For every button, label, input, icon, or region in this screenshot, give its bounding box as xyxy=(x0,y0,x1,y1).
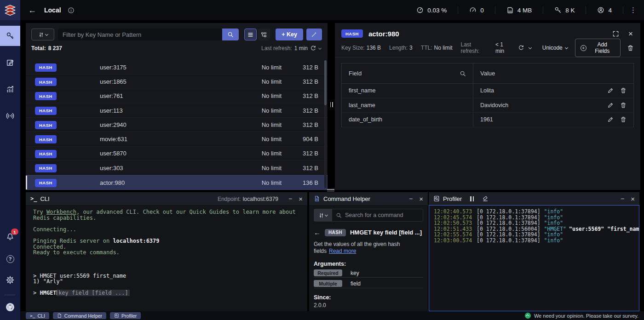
bulk-actions-button[interactable] xyxy=(306,29,322,40)
chevron-down-icon[interactable] xyxy=(318,46,322,49)
key-row[interactable]: HASHuser:5870No limit312 B xyxy=(26,147,328,161)
survey-banner[interactable]: We need your opinion. Please take our su… xyxy=(525,313,638,319)
delete-field-icon[interactable] xyxy=(620,87,627,94)
key-row-selected[interactable]: HASHactor:980No limit136 B xyxy=(26,175,328,189)
close-icon[interactable]: × xyxy=(419,195,423,202)
pause-icon[interactable] xyxy=(470,196,474,201)
survey-icon xyxy=(525,313,531,319)
fullscreen-icon[interactable] xyxy=(612,30,619,37)
sidebar-item-pubsub[interactable] xyxy=(0,106,20,126)
table-row[interactable]: first_name Lolita xyxy=(342,84,633,98)
table-row[interactable]: date_of_birth 1961 xyxy=(342,113,633,127)
delete-field-icon[interactable] xyxy=(620,102,627,109)
key-row[interactable]: HASHuser:761No limit312 B xyxy=(26,89,328,103)
key-row[interactable]: HASHmovie:631No limit904 B xyxy=(26,132,328,146)
refresh-icon[interactable] xyxy=(310,45,316,51)
key-size: 312 B xyxy=(282,64,318,71)
vertical-resize-handle[interactable] xyxy=(329,102,334,108)
command-search-input[interactable] xyxy=(345,212,419,218)
since-value: 2.0.0 xyxy=(314,302,423,309)
key-name: user:761 xyxy=(100,92,240,99)
close-icon[interactable]: × xyxy=(628,30,633,38)
key-ttl: No limit xyxy=(240,107,282,114)
add-key-button[interactable]: + Key xyxy=(276,29,303,40)
chevron-down-icon[interactable] xyxy=(529,46,532,49)
overflow-menu-icon[interactable]: ⋮ xyxy=(623,6,644,14)
metric-clients[interactable]: 4 xyxy=(586,6,623,14)
minimize-icon[interactable]: − xyxy=(409,195,413,202)
table-row[interactable]: last_name Davidovich xyxy=(342,98,633,113)
key-type-badge: HASH xyxy=(35,150,57,158)
close-icon[interactable]: × xyxy=(631,195,635,202)
sidebar-item-github[interactable] xyxy=(0,297,20,317)
refresh-icon[interactable] xyxy=(518,45,524,51)
key-list-scrollbar[interactable] xyxy=(324,60,327,188)
ttl-value[interactable]: No limit xyxy=(434,45,452,51)
horizontal-resize-handle[interactable] xyxy=(327,188,334,192)
clear-icon[interactable] xyxy=(482,195,489,202)
sidebar-item-browser[interactable] xyxy=(0,26,20,46)
delete-field-icon[interactable] xyxy=(620,116,627,123)
sidebar-item-notifications[interactable]: 1 xyxy=(0,227,20,247)
key-filter-input[interactable] xyxy=(58,29,222,40)
key-row[interactable]: HASHuser:3175No limit312 B xyxy=(26,60,328,74)
add-fields-label: Add Fields xyxy=(590,41,615,54)
metric-cpu[interactable]: 0.03 % xyxy=(405,6,458,14)
cli-output[interactable]: Try Workbench, our advanced CLI. Check o… xyxy=(26,205,307,311)
key-rows: HASHuser:3175No limit312 B HASHuser:1865… xyxy=(26,60,328,190)
edit-field-icon[interactable] xyxy=(607,116,614,123)
back-button[interactable]: ← xyxy=(27,6,38,15)
cli-input-value[interactable]: HMGET xyxy=(40,290,56,296)
info-icon[interactable] xyxy=(68,7,75,14)
sidebar-item-help[interactable]: ? xyxy=(0,249,20,269)
sliders-icon xyxy=(318,212,324,218)
search-icon xyxy=(227,31,234,38)
command-summary: Get the values of all the given hash fie… xyxy=(314,241,423,255)
edit-field-icon[interactable] xyxy=(607,87,614,94)
key-row[interactable]: HASHuser:113No limit312 B xyxy=(26,103,328,118)
total-value: 8 237 xyxy=(48,45,62,51)
minimize-icon[interactable]: − xyxy=(288,195,292,202)
redis-logo[interactable] xyxy=(0,0,20,20)
list-view-toggle[interactable] xyxy=(244,29,257,40)
cli-line: Pinging Redis server on localhost:6379 xyxy=(33,238,300,244)
metric-keys[interactable]: 8 K xyxy=(543,6,586,14)
delete-key-icon[interactable] xyxy=(627,45,634,51)
profiler-log[interactable]: 12:02:40.573[0 172.18.0.1:37894]"info" 1… xyxy=(429,205,639,311)
sidebar-item-workbench[interactable] xyxy=(0,52,20,73)
list-view-icon xyxy=(247,32,253,38)
statusbar-command-helper-button[interactable]: Command Helper xyxy=(53,312,106,319)
minimize-icon[interactable]: − xyxy=(621,195,624,202)
key-row[interactable]: HASHuser:1865No limit312 B xyxy=(26,74,328,89)
key-row[interactable]: HASHuser:303No limit312 B xyxy=(26,161,328,175)
statusbar-profiler-button[interactable]: Profiler xyxy=(110,312,141,319)
argument-row: Multiple field xyxy=(314,279,423,288)
top-bar: ← Local 0.03 % 0 4 MB 8 K xyxy=(20,0,644,20)
tree-view-toggle[interactable] xyxy=(258,29,270,40)
key-icon xyxy=(6,32,14,40)
filter-type-dropdown[interactable] xyxy=(31,29,54,40)
key-ttl: No limit xyxy=(240,150,282,157)
back-icon[interactable]: ← xyxy=(314,229,321,236)
metric-memory[interactable]: 4 MB xyxy=(495,6,543,14)
statusbar-cli-button[interactable]: >_ CLI xyxy=(26,312,49,319)
add-fields-button[interactable]: + Add Fields xyxy=(575,39,621,57)
sidebar-item-settings[interactable] xyxy=(0,270,20,290)
search-icon[interactable] xyxy=(460,70,466,77)
cli-prompt-line[interactable]: > HMGETkey field [field ...] xyxy=(33,290,300,296)
key-row[interactable]: HASHuser:2940No limit312 B xyxy=(26,118,328,132)
metric-ops[interactable]: 0 xyxy=(458,6,495,14)
key-name-title[interactable]: actor:980 xyxy=(368,30,399,38)
edit-field-icon[interactable] xyxy=(607,102,614,109)
key-size: 312 B xyxy=(282,121,318,128)
scrollbar-thumb[interactable] xyxy=(324,60,327,105)
command-filter-dropdown[interactable] xyxy=(314,209,332,222)
length-label: Length: xyxy=(389,45,408,51)
read-more-link[interactable]: Read more xyxy=(329,248,356,254)
cli-autocomplete-hint: key field [field ...] xyxy=(57,290,130,296)
key-ttl: No limit xyxy=(240,136,282,143)
encoding-dropdown[interactable]: Unicode xyxy=(540,45,570,51)
search-button[interactable] xyxy=(222,29,239,40)
close-icon[interactable]: × xyxy=(299,195,303,202)
sidebar-item-analytics[interactable] xyxy=(0,79,20,99)
